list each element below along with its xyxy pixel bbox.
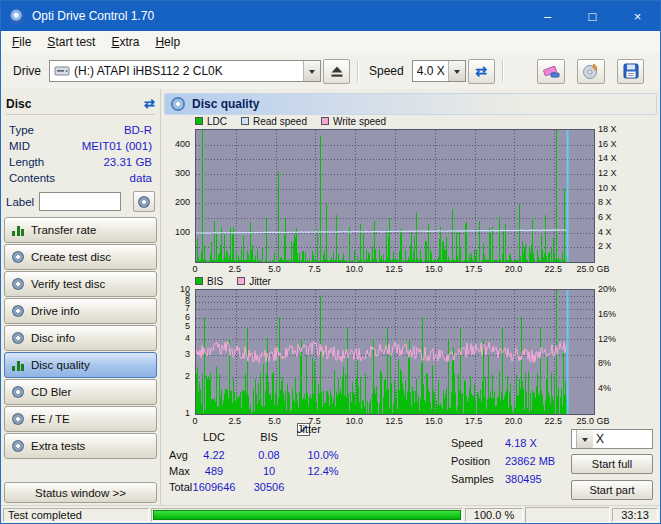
sidebar-item-disc-quality[interactable]: Disc quality [4, 352, 157, 378]
sidebar-item-drive-info[interactable]: Drive info [4, 298, 157, 324]
save-icon [622, 62, 640, 80]
drive-select[interactable]: (H:) ATAPI iHBS112 2 CL0K [49, 60, 321, 82]
menu-extra[interactable]: Extra [103, 33, 147, 51]
progress-bar [151, 508, 463, 522]
bis-jitter-chart [195, 289, 595, 415]
samples-label: Samples [451, 473, 494, 485]
statusbar: Test completed 100.0 % 33:13 [1, 505, 660, 523]
field-label: MID [9, 140, 30, 152]
disc-label-input[interactable] [39, 192, 121, 211]
cd-icon [12, 413, 24, 425]
drive-label: Drive [13, 64, 41, 78]
bottom-chart-legend: BISJitter [195, 275, 271, 287]
x-tick-label: 0 [173, 417, 217, 426]
label-caption: Label [6, 196, 34, 208]
sidebar-item-cd-bler[interactable]: CD Bler [4, 379, 157, 405]
window-title: Opti Drive Control 1.70 [32, 9, 154, 23]
y-right-tick-label: 10 X [598, 184, 634, 193]
progress-fill [153, 510, 461, 520]
y-right-tick-label: 16% [598, 310, 634, 319]
x-tick-label: 20.0 [491, 265, 535, 274]
menu-help[interactable]: Help [147, 33, 188, 51]
x-tick-label: 20.0 [491, 417, 535, 426]
legend-label: BIS [207, 276, 223, 287]
sidebar-item-extra-tests[interactable]: Extra tests [4, 433, 157, 459]
x-tick-label: 0 [173, 265, 217, 274]
jitter-avg-value: 10.0% [295, 449, 351, 461]
x-tick-label: 12.5 [372, 265, 416, 274]
swap-arrows-icon: ⇄ [475, 64, 487, 78]
field-value: 23.31 GB [103, 156, 152, 168]
sidebar-item-fe-te[interactable]: FE / TE [4, 406, 157, 432]
chevron-down-icon[interactable] [448, 61, 465, 81]
x-tick-label: 17.5 [452, 417, 496, 426]
samples-value: 380495 [505, 473, 577, 485]
eject-button[interactable] [323, 59, 350, 84]
ldc-total-value: 1609646 [185, 481, 243, 493]
y-left-tick-label: 100 [161, 228, 190, 237]
sidebar-item-create-test-disc[interactable]: Create test disc [4, 244, 157, 270]
x-tick-label: 25.0 GB [571, 417, 615, 426]
ldc-avg-value: 4.22 [185, 449, 243, 461]
disc-fields: Type BD-R MID MEIT01 (001) Length 23.31 … [6, 122, 155, 186]
field-label: Type [9, 124, 34, 136]
edit-label-button[interactable] [133, 191, 155, 212]
test-speed-select[interactable]: 4.0 X [571, 429, 653, 449]
chevron-down-icon[interactable] [576, 430, 593, 448]
jitter-max-value: 12.4% [295, 465, 351, 477]
y-right-tick-label: 16 X [598, 140, 634, 149]
maximize-button[interactable]: □ [570, 1, 615, 31]
chevron-down-icon[interactable] [303, 61, 320, 81]
y-right-tick-label: 8% [598, 359, 634, 368]
disc-header-label: Disc [6, 97, 31, 111]
burn-disc-icon [581, 62, 601, 80]
legend-item: LDC [195, 116, 227, 127]
contents-link[interactable]: data [130, 172, 152, 184]
menu-file[interactable]: File [4, 33, 39, 51]
ldc-max-value: 489 [185, 465, 243, 477]
y-left-tick-label: 2 [161, 372, 190, 381]
y-right-tick-label: 2 X [598, 242, 634, 251]
legend-item: Jitter [237, 276, 271, 287]
speed-select[interactable]: 4.0 X [412, 60, 466, 82]
toolbar: Drive (H:) ATAPI iHBS112 2 CL0K Speed 4.… [1, 53, 660, 90]
refresh-disc-icon[interactable]: ⇄ [144, 97, 155, 111]
sidebar-item-disc-info[interactable]: Disc info [4, 325, 157, 351]
x-tick-label: 12.5 [372, 417, 416, 426]
legend-swatch [195, 277, 203, 285]
start-part-button[interactable]: Start part [571, 480, 653, 500]
y-right-tick-label: 6 X [598, 213, 634, 222]
x-tick-label: 15.0 [412, 417, 456, 426]
speed-select-value: 4.0 X [417, 64, 445, 78]
legend-swatch [195, 117, 203, 125]
burn-disc-button[interactable] [577, 59, 605, 84]
x-tick-label: 5.0 [253, 417, 297, 426]
test-speeds-button[interactable]: ⇄ [468, 59, 495, 84]
legend-label: Read speed [253, 116, 307, 127]
sidebar-item-verify-test-disc[interactable]: Verify test disc [4, 271, 157, 297]
window-controls: – □ × [525, 1, 660, 31]
bis-avg-value: 0.08 [245, 449, 293, 461]
x-tick-label: 7.5 [292, 265, 336, 274]
top-chart-legend: LDCRead speedWrite speed [195, 115, 386, 127]
start-full-button[interactable]: Start full [571, 454, 653, 474]
menu-start-test[interactable]: Start test [39, 33, 103, 51]
y-left-tick-label: 200 [161, 198, 190, 207]
close-button[interactable]: × [615, 1, 660, 31]
minimize-button[interactable]: – [525, 1, 570, 31]
elapsed-time: 33:13 [612, 508, 658, 522]
x-tick-label: 5.0 [253, 265, 297, 274]
y-right-tick-label: 8 X [598, 198, 634, 207]
bis-column-header: BIS [245, 431, 293, 443]
save-button[interactable] [617, 59, 644, 84]
page-title: Disc quality [192, 97, 259, 111]
status-window-button[interactable]: Status window >> [4, 482, 157, 503]
cd-icon [138, 196, 150, 208]
x-tick-label: 10.0 [332, 265, 376, 274]
erase-disc-button[interactable] [537, 59, 565, 84]
y-left-tick-label: 10 [161, 285, 190, 294]
field-label: Length [9, 156, 44, 168]
toolbar-separator [357, 60, 358, 82]
sidebar-item-transfer-rate[interactable]: Transfer rate [4, 217, 157, 243]
y-left-tick-label: 6 [161, 313, 190, 322]
